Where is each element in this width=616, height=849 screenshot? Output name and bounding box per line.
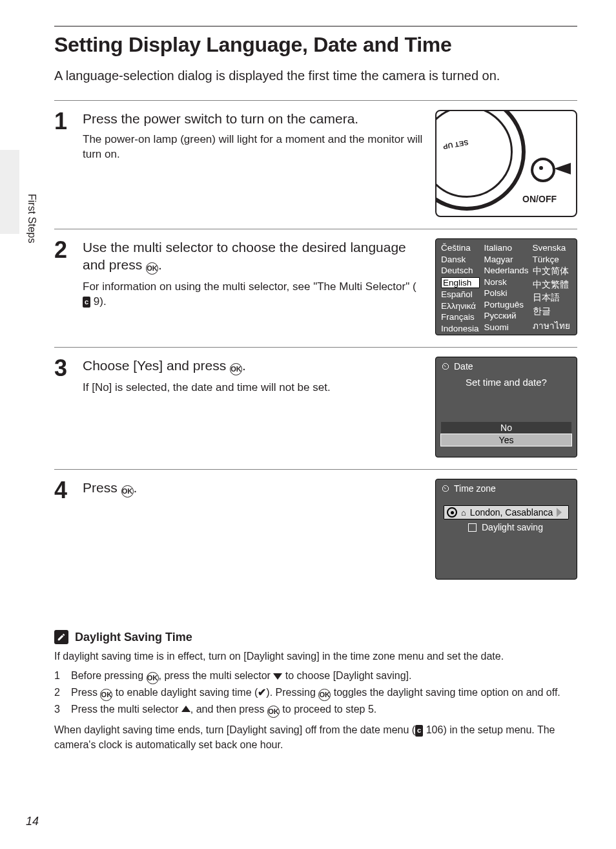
step-1: 1 Press the power switch to turn on the … xyxy=(54,101,577,229)
option-no: No xyxy=(441,422,571,434)
text: to proceed to step 5. xyxy=(280,704,376,715)
lang-item: Svenska xyxy=(533,243,571,253)
lang-item: Français xyxy=(441,312,480,322)
lang-item: Suomi xyxy=(484,322,528,332)
date-dialog: ⏲ Date Set time and date? No Yes xyxy=(435,357,577,457)
timezone-dialog-figure: ⏲ Time zone ⌂ London, Casablanca xyxy=(435,479,577,580)
text: , press the multi selector xyxy=(159,670,274,681)
down-triangle-icon xyxy=(273,673,282,680)
text: , and then press xyxy=(190,704,267,715)
note-list-item: 2 Press OK to enable daylight saving tim… xyxy=(54,686,577,701)
camera-illustration: SET UP ON/OFF xyxy=(435,110,577,217)
text: Press xyxy=(83,480,121,495)
step-desc: For information on using the multi selec… xyxy=(83,280,424,309)
daylight-saving-row: Daylight saving xyxy=(440,521,573,532)
lang-col-3: Svenska Türkçe 中文简体 中文繁體 日本語 한글 ภาษาไทย xyxy=(533,243,571,331)
dialog-header: ⏲ Time zone xyxy=(436,479,577,498)
lang-item: Norsk xyxy=(484,277,528,287)
step-number: 4 xyxy=(54,479,83,502)
step-lead: Use the multi selector to choose the des… xyxy=(83,238,424,275)
step-body: Press the power switch to turn on the ca… xyxy=(83,110,424,162)
dial-label: SET UP xyxy=(442,139,469,151)
ok-icon: OK xyxy=(230,363,242,375)
item-text: Press the multi selector , and then pres… xyxy=(71,702,376,718)
section-label: First Steps xyxy=(26,194,37,243)
ref-icon: c xyxy=(83,297,90,308)
text: . xyxy=(242,358,246,373)
text: Before pressing xyxy=(71,670,147,681)
note-list-item: 3 Press the multi selector , and then pr… xyxy=(54,702,577,718)
lang-item: Polski xyxy=(484,288,528,298)
camera-figure: SET UP ON/OFF xyxy=(435,110,577,217)
timezone-label: London, Casablanca xyxy=(470,507,553,518)
steps: 1 Press the power switch to turn on the … xyxy=(54,100,577,591)
onoff-label: ON/OFF xyxy=(522,194,557,204)
lang-item: Čeština xyxy=(441,243,480,253)
text: 9). xyxy=(90,295,107,308)
check-icon: ✔ xyxy=(258,686,266,700)
lang-item: 中文繁體 xyxy=(533,279,571,291)
item-number: 2 xyxy=(54,686,65,701)
ok-icon: OK xyxy=(318,689,331,701)
mode-dial-icon: SET UP xyxy=(435,110,526,211)
item-text: Press OK to enable daylight saving time … xyxy=(71,686,560,701)
text: toggles the daylight saving time option … xyxy=(331,687,560,698)
daylight-saving-label: Daylight saving xyxy=(482,522,543,532)
step-number: 1 xyxy=(54,110,83,133)
note-paragraph: When daylight saving time ends, turn [Da… xyxy=(54,723,577,752)
page-number: 14 xyxy=(26,815,39,828)
intro-text: A language-selection dialog is displayed… xyxy=(54,68,577,83)
note-icon xyxy=(54,630,68,644)
lang-item: Português xyxy=(484,300,528,309)
item-number: 1 xyxy=(54,669,65,684)
power-button-icon xyxy=(531,158,555,182)
lang-item: Русский xyxy=(484,311,528,320)
ok-icon: OK xyxy=(146,262,158,275)
daylight-note: Daylight Saving Time If daylight saving … xyxy=(54,630,577,752)
text: . xyxy=(158,257,162,272)
language-menu: Čeština Dansk Deutsch English Español Ελ… xyxy=(435,238,577,335)
step-4: 4 Press OK. ⏲ Time zone xyxy=(54,470,577,591)
step-2: 2 Use the multi selector to choose the d… xyxy=(54,229,577,348)
lang-item: 中文简体 xyxy=(533,266,571,277)
text: . xyxy=(134,480,138,495)
lang-col-2: Italiano Magyar Nederlands Norsk Polski … xyxy=(484,243,528,331)
step-lead: Press OK. xyxy=(83,479,424,498)
step-desc: The power-on lamp (green) will light for… xyxy=(83,132,424,162)
chevron-right-icon xyxy=(557,508,562,517)
lang-item: Ελληνικά xyxy=(441,301,480,311)
text: to choose [Daylight saving]. xyxy=(282,670,411,681)
step-lead: Choose [Yes] and press OK. xyxy=(83,357,424,375)
dialog-header: ⏲ Date xyxy=(436,357,577,375)
content-area: Setting Display Language, Date and Time … xyxy=(54,26,577,823)
note-paragraph: If daylight saving time is in effect, tu… xyxy=(54,649,577,664)
clock-icon: ⏲ xyxy=(441,361,450,372)
dialog-title: Time zone xyxy=(454,483,496,494)
lang-item: Türkçe xyxy=(533,255,571,264)
language-menu-figure: Čeština Dansk Deutsch English Español Ελ… xyxy=(435,238,577,335)
text: Choose [Yes] and press xyxy=(83,358,230,373)
ok-icon: OK xyxy=(147,672,159,684)
up-triangle-icon xyxy=(181,706,190,712)
rule-top xyxy=(54,26,577,26)
ok-icon: OK xyxy=(121,485,134,498)
target-icon xyxy=(447,507,457,518)
step-body: Press OK. xyxy=(83,479,424,503)
step-3: 3 Choose [Yes] and press OK. If [No] is … xyxy=(54,348,577,470)
lang-item: ภาษาไทย xyxy=(533,319,571,333)
item-number: 3 xyxy=(54,702,65,718)
step-number: 3 xyxy=(54,357,83,380)
text: ). Pressing xyxy=(266,687,318,698)
checkbox-icon xyxy=(468,523,477,532)
lang-item: Indonesia xyxy=(441,324,480,333)
arrow-icon xyxy=(554,163,571,174)
lang-item: Deutsch xyxy=(441,266,480,275)
ok-icon: OK xyxy=(267,706,280,718)
lang-item-selected: English xyxy=(441,277,480,288)
note-list-item: 1 Before pressing OK, press the multi se… xyxy=(54,669,577,684)
lang-item: Magyar xyxy=(484,255,528,264)
lang-item: Nederlands xyxy=(484,266,528,275)
home-icon: ⌂ xyxy=(461,508,466,518)
page-title: Setting Display Language, Date and Time xyxy=(54,33,577,57)
clock-icon: ⏲ xyxy=(441,483,450,494)
